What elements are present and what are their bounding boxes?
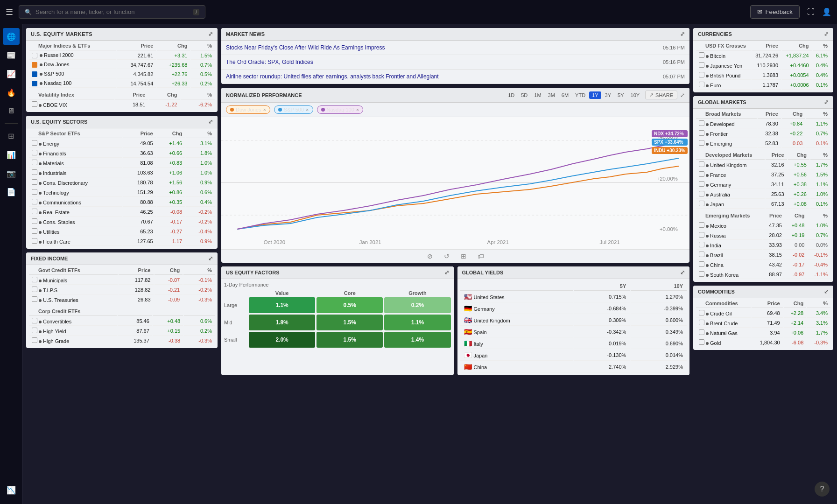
- time-btn-5y[interactable]: 5Y: [615, 91, 626, 99]
- table-row[interactable]: France 37.25 +0.56 1.5%: [696, 170, 830, 179]
- commodities-expand[interactable]: ⤢: [824, 288, 829, 295]
- chart-expand[interactable]: ⤢: [680, 92, 685, 98]
- table-row[interactable]: S&P 500 4,345.82 +22.76 0.5%: [29, 70, 215, 78]
- table-row[interactable]: Convertibles 85.46 +0.48 0.6%: [29, 317, 215, 326]
- table-row[interactable]: 🇺🇸United States 0.715% 1.270%: [460, 292, 687, 302]
- table-row[interactable]: 🇮🇹Italy 0.019% 0.690%: [460, 338, 687, 349]
- table-row[interactable]: South Korea 88.97 -0.97 -1.1%: [696, 270, 830, 279]
- legend-close-dow[interactable]: ×: [263, 107, 266, 112]
- table-row[interactable]: Germany 34.11 +0.38 1.1%: [696, 180, 830, 189]
- table-row[interactable]: 🇨🇳China 2.740% 2.929%: [460, 362, 687, 372]
- table-row[interactable]: T.I.P.S 128.82 -0.21 -0.2%: [29, 286, 215, 294]
- nav-item-camera[interactable]: 📷: [3, 165, 20, 182]
- chart-footer-tag[interactable]: 🏷: [478, 252, 484, 260]
- table-row[interactable]: Russell 2000 221.61 +3.31 1.5%: [29, 51, 215, 60]
- legend-sp500[interactable]: S&P 500 ×: [274, 105, 313, 114]
- expand-icon[interactable]: ⛶: [807, 8, 815, 16]
- time-btn-10y[interactable]: 10Y: [628, 91, 643, 99]
- table-row[interactable]: Materials 81.08 +0.83 1.0%: [29, 159, 215, 168]
- table-row[interactable]: China 43.42 -0.17 -0.4%: [696, 260, 830, 269]
- table-row[interactable]: CBOE VIX 18.51 -1.22 -6.2%: [29, 100, 215, 109]
- table-row[interactable]: Health Care 127.65 -1.17 -0.9%: [29, 237, 215, 246]
- chart-footer-refresh[interactable]: ↺: [444, 252, 450, 260]
- table-row[interactable]: Technology 151.29 +0.86 0.6%: [29, 188, 215, 197]
- currencies-expand[interactable]: ⤢: [824, 31, 829, 37]
- table-row[interactable]: Real Estate 46.25 -0.08 -0.2%: [29, 208, 215, 217]
- nav-item-file[interactable]: 📄: [3, 183, 20, 200]
- table-row[interactable]: Brent Crude 71.49 +2.14 3.1%: [696, 319, 830, 328]
- table-row[interactable]: Developed 78.30 +0.84 1.1%: [696, 119, 830, 128]
- nav-item-news[interactable]: 📰: [3, 47, 20, 63]
- news-item[interactable]: Stocks Near Friday's Close After Wild Ri…: [221, 41, 689, 55]
- table-row[interactable]: Communications 80.88 +0.35 0.4%: [29, 198, 215, 207]
- chart-footer-ban[interactable]: ⊘: [427, 252, 433, 260]
- nav-item-chart[interactable]: 📈: [3, 65, 20, 82]
- table-row[interactable]: 🇯🇵Japan -0.130% 0.014%: [460, 350, 687, 361]
- table-row[interactable]: Japanese Yen 110.2930 +0.4460 0.4%: [696, 61, 830, 70]
- nav-item-terminal[interactable]: 📉: [3, 482, 20, 498]
- legend-close-ndx[interactable]: ×: [356, 107, 359, 112]
- table-row[interactable]: Bitcoin 31,724.26 +1,837.24 6.1%: [696, 51, 830, 60]
- table-row[interactable]: Natural Gas 3.94 +0.06 1.7%: [696, 329, 830, 337]
- table-row[interactable]: Gold 1,804.30 -6.08 -0.3%: [696, 338, 830, 347]
- chart-footer-grid[interactable]: ⊞: [461, 252, 466, 260]
- time-btn-1d[interactable]: 1D: [505, 91, 517, 99]
- global-yields-expand[interactable]: ⤢: [680, 269, 685, 276]
- table-row[interactable]: Japan 67.13 +0.08 0.1%: [696, 200, 830, 209]
- nav-item-grid[interactable]: ⊞: [3, 127, 20, 144]
- fixed-income-expand[interactable]: ⤢: [208, 255, 213, 262]
- legend-dow[interactable]: Dow Jones ×: [226, 105, 270, 114]
- table-row[interactable]: Cons. Staples 70.67 -0.17 -0.2%: [29, 217, 215, 226]
- nav-item-flame[interactable]: 🔥: [3, 84, 20, 101]
- table-row[interactable]: U.S. Treasuries 26.83 -0.09 -0.3%: [29, 295, 215, 304]
- table-row[interactable]: Cons. Discretionary 180.78 +1.56 0.9%: [29, 178, 215, 187]
- table-row[interactable]: Australia 25.63 +0.26 1.0%: [696, 190, 830, 199]
- time-btn-3y[interactable]: 3Y: [602, 91, 614, 99]
- table-row[interactable]: India 33.93 0.00 0.0%: [696, 241, 830, 250]
- share-button[interactable]: ↗ SHARE: [645, 91, 677, 99]
- table-row[interactable]: High Grade 135.37 -0.38 -0.3%: [29, 336, 215, 345]
- table-row[interactable]: 🇩🇪Germany -0.684% -0.399%: [460, 303, 687, 314]
- help-button[interactable]: ?: [815, 482, 830, 497]
- nav-item-globe[interactable]: 🌐: [3, 28, 20, 45]
- table-row[interactable]: Industrials 103.63 +1.06 1.0%: [29, 168, 215, 177]
- news-item[interactable]: Airline sector roundup: United flies aft…: [221, 70, 689, 84]
- time-btn-1y[interactable]: 1Y: [589, 91, 601, 99]
- table-row[interactable]: Utilities 65.23 -0.27 -0.4%: [29, 227, 215, 236]
- table-row[interactable]: Energy 49.05 +1.46 3.1%: [29, 139, 215, 148]
- us-equity-markets-expand[interactable]: ⤢: [208, 31, 213, 37]
- table-row[interactable]: High Yield 87.67 +0.15 0.2%: [29, 327, 215, 336]
- nav-item-monitor[interactable]: 🖥: [3, 103, 20, 119]
- global-markets-expand[interactable]: ⤢: [824, 99, 829, 105]
- time-btn-5d[interactable]: 5D: [518, 91, 530, 99]
- market-news-expand[interactable]: ⤢: [680, 31, 685, 37]
- search-bar[interactable]: 🔍 /: [19, 5, 205, 19]
- user-icon[interactable]: 👤: [822, 7, 831, 16]
- table-row[interactable]: Municipals 117.82 -0.07 -0.1%: [29, 276, 215, 285]
- table-row[interactable]: Frontier 32.38 +0.22 0.7%: [696, 129, 830, 138]
- table-row[interactable]: 🇬🇧United Kingdom 0.309% 0.600%: [460, 315, 687, 326]
- legend-close-sp500[interactable]: ×: [306, 107, 309, 112]
- time-btn-ytd[interactable]: YTD: [572, 91, 588, 99]
- nav-item-bar-chart[interactable]: 📊: [3, 146, 20, 163]
- legend-ndx[interactable]: Nasdaq 100 ×: [317, 105, 364, 114]
- feedback-button[interactable]: ✉ Feedback: [750, 5, 800, 19]
- table-row[interactable]: Crude Oil 69.48 +2.28 3.4%: [696, 309, 830, 318]
- table-row[interactable]: Russia 28.02 +0.19 0.7%: [696, 231, 830, 240]
- factors-expand[interactable]: ⤢: [444, 269, 449, 276]
- table-row[interactable]: Nasdaq 100 14,754.54 +26.33 0.2%: [29, 79, 215, 88]
- table-row[interactable]: Emerging 52.83 -0.03 -0.1%: [696, 139, 830, 148]
- time-btn-6m[interactable]: 6M: [559, 91, 571, 99]
- table-row[interactable]: Brazil 38.15 -0.02 -0.1%: [696, 251, 830, 259]
- us-equity-sectors-expand[interactable]: ⤢: [208, 119, 213, 125]
- news-item[interactable]: The Ord Oracle: SPX, Gold Indices 05:16 …: [221, 55, 689, 70]
- table-row[interactable]: British Pound 1.3683 +0.0054 0.4%: [696, 71, 830, 80]
- table-row[interactable]: United Kingdom 32.16 +0.55 1.7%: [696, 161, 830, 169]
- menu-icon[interactable]: ☰: [6, 7, 13, 17]
- table-row[interactable]: Financials 36.63 +0.66 1.8%: [29, 149, 215, 158]
- table-row[interactable]: Dow Jones 34,747.67 +235.68 0.7%: [29, 61, 215, 69]
- time-btn-3m[interactable]: 3M: [545, 91, 558, 99]
- table-row[interactable]: 🇪🇸Spain -0.342% 0.349%: [460, 327, 687, 337]
- time-btn-1m[interactable]: 1M: [531, 91, 544, 99]
- table-row[interactable]: Euro 1.1787 +0.0006 0.1%: [696, 81, 830, 90]
